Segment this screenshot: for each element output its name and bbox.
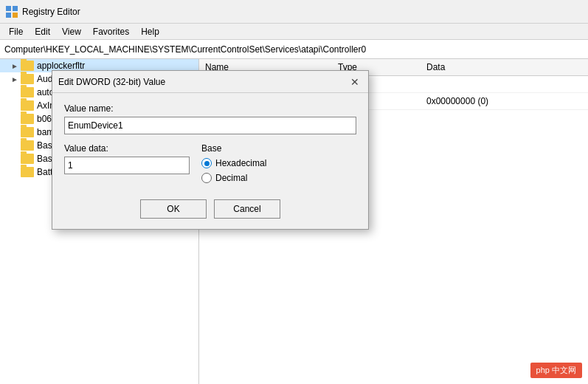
radio-hexadecimal-circle [201, 158, 212, 168]
dialog-body: Value name: Value data: Base Hexadecimal [52, 93, 368, 229]
dialog-row: Value data: Base Hexadecimal Decimal [64, 143, 356, 188]
radio-decimal-circle [201, 173, 212, 183]
radio-decimal[interactable]: Decimal [201, 173, 356, 183]
edit-dword-dialog: Edit DWORD (32-bit) Value ✕ Value name: … [52, 70, 369, 230]
value-data-section: Value data: [64, 143, 190, 183]
radio-decimal-label: Decimal [215, 173, 247, 183]
cancel-button[interactable]: Cancel [214, 199, 280, 219]
value-data-label: Value data: [64, 143, 190, 154]
radio-hexadecimal-label: Hexadecimal [215, 158, 266, 168]
dialog-overlay: Edit DWORD (32-bit) Value ✕ Value name: … [0, 0, 588, 384]
value-name-label: Value name: [64, 103, 356, 114]
base-section: Base Hexadecimal Decimal [201, 143, 356, 188]
value-name-input[interactable] [64, 117, 356, 134]
base-label: Base [201, 143, 356, 154]
ok-button[interactable]: OK [140, 199, 207, 219]
dialog-buttons: OK Cancel [64, 199, 356, 219]
value-data-input[interactable] [64, 157, 190, 174]
dialog-title-bar: Edit DWORD (32-bit) Value ✕ [52, 71, 368, 93]
dialog-title: Edit DWORD (32-bit) Value [58, 77, 165, 87]
radio-hexadecimal[interactable]: Hexadecimal [201, 158, 356, 168]
dialog-close-button[interactable]: ✕ [347, 75, 362, 89]
